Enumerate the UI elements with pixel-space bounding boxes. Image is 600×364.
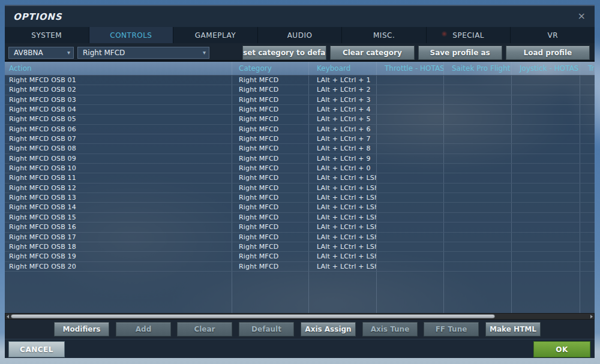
saitek-binding-cell[interactable] <box>444 233 512 242</box>
keyboard-binding-cell[interactable]: LAlt + LCtrl + 0 <box>309 164 377 173</box>
action-cell[interactable]: Right MFCD OSB 14 <box>5 203 232 212</box>
category-cell[interactable]: Right MFCD <box>232 134 309 143</box>
joystick-binding-cell[interactable] <box>512 242 580 251</box>
saitek-binding-cell[interactable] <box>444 242 512 251</box>
trackir-binding-cell[interactable] <box>580 154 595 163</box>
action-cell[interactable]: Right MFCD OSB 11 <box>5 173 232 182</box>
joystick-binding-cell[interactable] <box>512 233 580 242</box>
horizontal-scrollbar[interactable] <box>5 313 595 320</box>
action-cell[interactable]: Right MFCD OSB 01 <box>5 76 232 85</box>
joystick-binding-cell[interactable] <box>512 154 580 163</box>
keyboard-binding-cell[interactable]: LAlt + LCtrl + LShift + <box>309 183 377 192</box>
category-dropdown[interactable]: Right MFCD ▾ <box>77 47 209 59</box>
table-row[interactable]: Right MFCD OSB 02 Right MFCD LAlt + LCtr… <box>5 85 595 95</box>
trackir-binding-cell[interactable] <box>580 164 595 173</box>
clear-category-button[interactable]: Clear category <box>330 46 414 60</box>
joystick-binding-cell[interactable] <box>512 164 580 173</box>
throttle-binding-cell[interactable] <box>377 183 444 192</box>
joystick-binding-cell[interactable] <box>512 85 580 94</box>
joystick-binding-cell[interactable] <box>512 183 580 192</box>
throttle-binding-cell[interactable] <box>377 252 444 261</box>
tab-audio[interactable]: AUDIO <box>257 27 342 43</box>
table-row[interactable]: Right MFCD OSB 18 Right MFCD LAlt + LCtr… <box>5 242 595 252</box>
saitek-binding-cell[interactable] <box>444 115 512 124</box>
reset-category-to-default-button[interactable]: Reset category to default <box>242 46 326 60</box>
keyboard-binding-cell[interactable]: LAlt + LCtrl + LShift + <box>309 262 377 271</box>
trackir-binding-cell[interactable] <box>580 252 595 261</box>
action-cell[interactable]: Right MFCD OSB 06 <box>5 125 232 134</box>
table-row[interactable]: Right MFCD OSB 10 Right MFCD LAlt + LCtr… <box>5 164 595 173</box>
keyboard-binding-cell[interactable]: LAlt + LCtrl + LShift + <box>309 242 377 251</box>
category-cell[interactable]: Right MFCD <box>232 173 309 182</box>
action-cell[interactable]: Right MFCD OSB 15 <box>5 213 232 222</box>
throttle-binding-cell[interactable] <box>377 76 444 85</box>
action-cell[interactable]: Right MFCD OSB 09 <box>5 154 232 163</box>
throttle-binding-cell[interactable] <box>377 144 444 153</box>
category-cell[interactable]: Right MFCD <box>232 213 309 222</box>
tab-system[interactable]: SYSTEM <box>5 27 89 43</box>
category-cell[interactable]: Right MFCD <box>232 233 309 242</box>
trackir-binding-cell[interactable] <box>580 144 595 153</box>
trackir-binding-cell[interactable] <box>580 85 595 94</box>
action-cell[interactable]: Right MFCD OSB 12 <box>5 183 232 192</box>
category-cell[interactable]: Right MFCD <box>232 183 309 192</box>
saitek-binding-cell[interactable] <box>444 95 512 104</box>
action-cell[interactable]: Right MFCD OSB 05 <box>5 115 232 124</box>
trackir-binding-cell[interactable] <box>580 173 595 182</box>
joystick-binding-cell[interactable] <box>512 134 580 143</box>
category-cell[interactable]: Right MFCD <box>232 193 309 202</box>
table-row[interactable]: Right MFCD OSB 05 Right MFCD LAlt + LCtr… <box>5 115 595 124</box>
keyboard-binding-cell[interactable]: LAlt + LCtrl + 1 <box>309 76 377 85</box>
table-row[interactable]: Right MFCD OSB 16 Right MFCD LAlt + LCtr… <box>5 222 595 232</box>
table-row[interactable]: Right MFCD OSB 14 Right MFCD LAlt + LCtr… <box>5 203 595 212</box>
saitek-binding-cell[interactable] <box>444 164 512 173</box>
category-cell[interactable]: Right MFCD <box>232 115 309 124</box>
joystick-binding-cell[interactable] <box>512 262 580 271</box>
action-cell[interactable]: Right MFCD OSB 13 <box>5 193 232 202</box>
aircraft-dropdown[interactable]: AV8BNA ▾ <box>8 47 74 59</box>
cancel-button[interactable]: CANCEL <box>8 341 65 357</box>
saitek-binding-cell[interactable] <box>444 183 512 192</box>
tab-gameplay[interactable]: GAMEPLAY <box>173 27 257 43</box>
table-row[interactable]: Right MFCD OSB 06 Right MFCD LAlt + LCtr… <box>5 125 595 134</box>
saitek-binding-cell[interactable] <box>444 125 512 134</box>
joystick-binding-cell[interactable] <box>512 105 580 114</box>
action-cell[interactable]: Right MFCD OSB 02 <box>5 85 232 94</box>
keyboard-binding-cell[interactable]: LAlt + LCtrl + LShift + <box>309 193 377 202</box>
keyboard-binding-cell[interactable]: LAlt + LCtrl + 6 <box>309 125 377 134</box>
joystick-binding-cell[interactable] <box>512 76 580 85</box>
saitek-binding-cell[interactable] <box>444 252 512 261</box>
joystick-binding-cell[interactable] <box>512 193 580 202</box>
save-profile-as-button[interactable]: Save profile as <box>418 46 502 60</box>
trackir-binding-cell[interactable] <box>580 125 595 134</box>
table-row[interactable]: Right MFCD OSB 08 Right MFCD LAlt + LCtr… <box>5 144 595 154</box>
keyboard-binding-cell[interactable]: LAlt + LCtrl + 3 <box>309 95 377 104</box>
keyboard-binding-cell[interactable]: LAlt + LCtrl + 8 <box>309 144 377 153</box>
throttle-binding-cell[interactable] <box>377 85 444 94</box>
trackir-binding-cell[interactable] <box>580 193 595 202</box>
throttle-binding-cell[interactable] <box>377 115 444 124</box>
keyboard-binding-cell[interactable]: LAlt + LCtrl + 4 <box>309 105 377 114</box>
throttle-binding-cell[interactable] <box>377 242 444 251</box>
ok-button[interactable]: OK <box>533 341 590 357</box>
clear-button[interactable]: Clear <box>177 322 232 336</box>
category-cell[interactable]: Right MFCD <box>232 144 309 153</box>
keyboard-binding-cell[interactable]: LAlt + LCtrl + 5 <box>309 115 377 124</box>
keyboard-binding-cell[interactable]: LAlt + LCtrl + LShift + <box>309 203 377 212</box>
tab-vr[interactable]: VR <box>510 27 595 43</box>
category-cell[interactable]: Right MFCD <box>232 105 309 114</box>
action-cell[interactable]: Right MFCD OSB 19 <box>5 252 232 261</box>
category-cell[interactable]: Right MFCD <box>232 252 309 261</box>
action-cell[interactable]: Right MFCD OSB 17 <box>5 233 232 242</box>
saitek-binding-cell[interactable] <box>444 213 512 222</box>
saitek-binding-cell[interactable] <box>444 222 512 231</box>
joystick-binding-cell[interactable] <box>512 95 580 104</box>
close-icon[interactable]: × <box>578 11 586 22</box>
trackir-binding-cell[interactable] <box>580 115 595 124</box>
saitek-binding-cell[interactable] <box>444 193 512 202</box>
trackir-binding-cell[interactable] <box>580 183 595 192</box>
throttle-binding-cell[interactable] <box>377 193 444 202</box>
action-cell[interactable]: Right MFCD OSB 20 <box>5 262 232 271</box>
saitek-binding-cell[interactable] <box>444 262 512 271</box>
joystick-binding-cell[interactable] <box>512 252 580 261</box>
